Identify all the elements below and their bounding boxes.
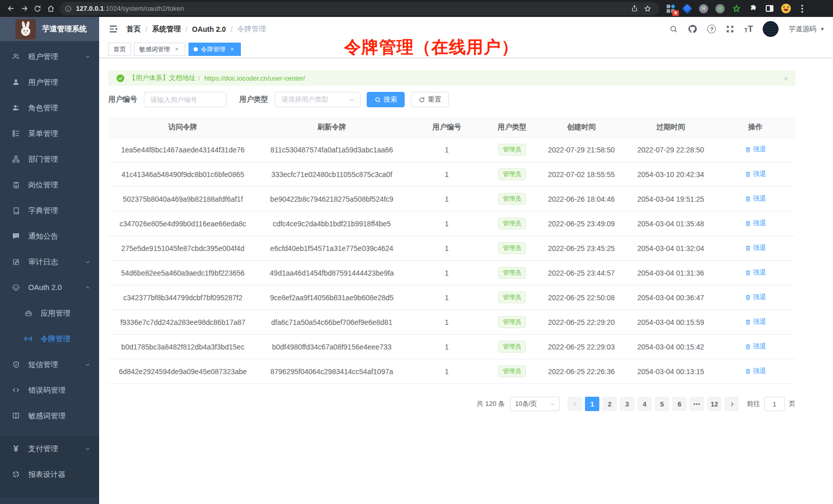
user-avatar[interactable] bbox=[763, 21, 779, 37]
access-token-cell: 54d6be82ee5a460a9aedc1f9bf223656 bbox=[108, 269, 257, 277]
user-type-select[interactable]: 请选择用户类型 bbox=[275, 92, 361, 107]
doc-link[interactable]: https://doc.iocoder.cn/user-center/ bbox=[204, 74, 305, 82]
close-tab-icon[interactable]: × bbox=[229, 46, 236, 53]
sidebar-item-oauth-token[interactable]: 令牌管理 bbox=[0, 326, 99, 352]
sidebar-item-error-code[interactable]: 错误码管理 bbox=[0, 377, 99, 403]
home-icon[interactable] bbox=[44, 2, 58, 15]
alert-close-icon[interactable]: × bbox=[784, 74, 788, 83]
fullscreen-icon[interactable] bbox=[726, 25, 734, 33]
user-id-cell: 1 bbox=[406, 367, 487, 376]
force-logout-button[interactable]: 强退 bbox=[745, 317, 766, 326]
search-icon[interactable] bbox=[669, 25, 678, 33]
sidebar-item-oauth[interactable]: OAuth 2.0 bbox=[0, 275, 99, 300]
extension-gem-icon[interactable] bbox=[682, 4, 692, 14]
page-button-4[interactable]: 4 bbox=[637, 397, 652, 411]
tab-token-management[interactable]: 令牌管理 × bbox=[188, 43, 241, 56]
reload-icon[interactable] bbox=[31, 2, 44, 15]
user-id-cell: 1 bbox=[406, 269, 487, 277]
user-type-badge: 管理员 bbox=[498, 341, 526, 353]
sidebar-item-notice[interactable]: 通知公告 bbox=[0, 223, 99, 249]
close-tab-icon[interactable]: × bbox=[173, 46, 180, 53]
force-logout-button[interactable]: 强退 bbox=[745, 268, 766, 277]
sidebar-item-dept[interactable]: 部门管理 bbox=[0, 146, 99, 172]
site-info-icon[interactable] bbox=[65, 5, 72, 12]
goto-page: 前往 页 bbox=[747, 397, 796, 411]
username[interactable]: 芋道源码 bbox=[788, 25, 816, 34]
sidebar-item-report-designer[interactable]: 报表设计器 bbox=[0, 461, 99, 487]
bookmark-star-icon[interactable] bbox=[641, 2, 654, 15]
action-cell: 强退 bbox=[715, 342, 796, 352]
user-id-cell: 1 bbox=[406, 244, 487, 253]
force-logout-button[interactable]: 强退 bbox=[745, 243, 766, 253]
sidebar-item-sensitive-words[interactable]: 敏感词管理 bbox=[0, 403, 99, 429]
sidebar-item-audit-log[interactable]: 审计日志 bbox=[0, 249, 99, 275]
extension-dot-icon[interactable] bbox=[715, 4, 725, 14]
sidebar-item-sms[interactable]: 短信管理 bbox=[0, 352, 99, 377]
force-logout-button[interactable]: 强退 bbox=[745, 145, 766, 154]
page-button-3[interactable]: 3 bbox=[620, 397, 634, 411]
browser-menu-icon[interactable] bbox=[797, 4, 807, 14]
forward-icon[interactable] bbox=[17, 2, 31, 15]
breadcrumb-oauth[interactable]: OAuth 2.0 bbox=[192, 25, 226, 33]
breadcrumb-system[interactable]: 系统管理 bbox=[152, 25, 181, 34]
sidebar-item-dict[interactable]: 字典管理 bbox=[0, 198, 99, 223]
split-window-icon[interactable] bbox=[764, 4, 774, 14]
extension-grid-icon[interactable]: 9 bbox=[666, 4, 676, 14]
sidebar-item-role[interactable]: 角色管理 bbox=[0, 95, 99, 121]
more-pages-button[interactable]: ••• bbox=[690, 397, 704, 411]
expire-time-cell: 2054-03-04 00:36:47 bbox=[626, 294, 715, 302]
sidebar-item-tenant[interactable]: 租户管理 bbox=[0, 44, 99, 69]
share-icon[interactable] bbox=[628, 2, 641, 15]
tab-home[interactable]: 首页 bbox=[108, 43, 131, 56]
caret-down-icon[interactable]: ▾ bbox=[821, 26, 824, 32]
force-logout-button[interactable]: 强退 bbox=[745, 366, 766, 376]
help-icon[interactable]: ? bbox=[707, 25, 716, 33]
address-bar[interactable]: 127.0.0.1:1024/system/oauth2/token bbox=[60, 2, 659, 15]
tenant-users-icon bbox=[12, 52, 20, 61]
search-button[interactable]: 搜索 bbox=[367, 92, 405, 107]
page-button-1[interactable]: 1 bbox=[585, 397, 599, 411]
github-icon[interactable] bbox=[688, 24, 697, 34]
extension-circle-icon[interactable]: ⌘ bbox=[698, 4, 709, 14]
puzzle-extensions-icon[interactable] bbox=[748, 4, 758, 14]
sidebar-item-menu[interactable]: 菜单管理 bbox=[0, 121, 99, 146]
font-size-icon[interactable]: TT bbox=[744, 25, 753, 33]
force-logout-button[interactable]: 强退 bbox=[745, 293, 766, 302]
page-button-6[interactable]: 6 bbox=[672, 397, 687, 411]
page-button-5[interactable]: 5 bbox=[655, 397, 669, 411]
user-type-cell: 管理员 bbox=[487, 218, 537, 229]
next-page-button[interactable] bbox=[725, 397, 739, 411]
force-logout-button[interactable]: 强退 bbox=[745, 194, 766, 203]
force-logout-button[interactable]: 强退 bbox=[745, 219, 766, 228]
logo-bar[interactable]: 芋道管理系统 bbox=[0, 17, 99, 41]
table-row: 6d842e2924594de9a09e45e087323abe 8796295… bbox=[108, 359, 796, 384]
breadcrumb-home[interactable]: 首页 bbox=[126, 25, 141, 34]
create-time-cell: 2022-07-29 21:58:50 bbox=[537, 146, 626, 154]
profile-emoji-icon[interactable] bbox=[781, 4, 791, 14]
reset-button[interactable]: 重置 bbox=[411, 92, 449, 107]
page-button-2[interactable]: 2 bbox=[602, 397, 617, 411]
goto-page-input[interactable] bbox=[764, 397, 785, 411]
force-logout-button[interactable]: 强退 bbox=[745, 342, 766, 351]
table-row: 54d6be82ee5a460a9aedc1f9bf223656 49d1aa4… bbox=[108, 261, 796, 285]
prev-page-button[interactable] bbox=[567, 397, 582, 411]
collapse-sidebar-icon[interactable] bbox=[108, 24, 118, 34]
tab-sensitive-words[interactable]: 敏感词管理 × bbox=[134, 43, 185, 56]
chevron-down-icon bbox=[349, 96, 355, 103]
back-icon[interactable] bbox=[4, 2, 17, 15]
sidebar-item-oauth-app[interactable]: 应用管理 bbox=[0, 300, 99, 326]
user-type-badge: 管理员 bbox=[498, 168, 526, 180]
page-button-12[interactable]: 12 bbox=[707, 397, 722, 411]
sidebar-item-post[interactable]: 岗位管理 bbox=[0, 172, 99, 198]
user-id-input[interactable] bbox=[144, 92, 226, 107]
create-time-cell: 2022-06-25 22:29:03 bbox=[537, 343, 626, 351]
extension-star-icon[interactable] bbox=[731, 4, 742, 14]
user-type-cell: 管理员 bbox=[487, 316, 537, 328]
page-size-select[interactable]: 10条/页 bbox=[510, 397, 560, 411]
sidebar-item-pay[interactable]: ¥ 支付管理 bbox=[0, 436, 99, 461]
table-row: 275e5de9151045fe87cbdc395e004f4d e6cfd40… bbox=[108, 236, 796, 261]
user-id-cell: 1 bbox=[406, 146, 487, 154]
sidebar-item-user[interactable]: 用户管理 bbox=[0, 69, 99, 95]
id-badge-icon bbox=[12, 181, 20, 189]
force-logout-button[interactable]: 强退 bbox=[745, 169, 766, 179]
